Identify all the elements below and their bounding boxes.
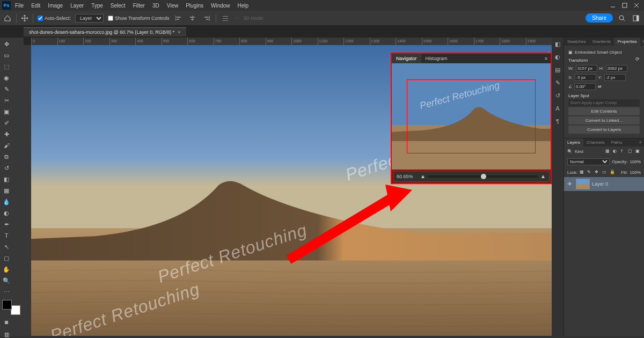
fill-value[interactable]: 100% <box>630 170 641 175</box>
navigator-preview[interactable]: Perfect Retouching <box>392 63 551 170</box>
zoom-tool-icon[interactable]: 🔍 <box>1 275 12 286</box>
quick-select-tool-icon[interactable]: ✎ <box>1 84 12 94</box>
convert-layers-button[interactable]: Convert to Layers <box>568 126 640 134</box>
menu-filter[interactable]: Filter <box>130 2 148 10</box>
angle-input[interactable] <box>574 83 596 90</box>
show-transform-checkbox[interactable]: Show Transform Controls <box>108 16 170 21</box>
eyedropper-tool-icon[interactable]: ✐ <box>1 117 12 128</box>
home-icon[interactable] <box>3 14 12 23</box>
minimize-icon[interactable] <box>610 2 616 9</box>
lock-all-icon[interactable]: 🔒 <box>610 170 615 175</box>
properties-tab[interactable]: Properties <box>614 38 640 46</box>
move-tool-icon[interactable]: ✥ <box>1 39 12 49</box>
auto-select-checkbox[interactable]: Auto-Select: <box>38 16 71 21</box>
height-input[interactable] <box>606 65 627 72</box>
zoom-in-icon[interactable]: ▲ <box>540 173 546 179</box>
lock-transparency-icon[interactable]: ▦ <box>580 170 585 175</box>
character-panel-icon[interactable]: A <box>553 104 562 113</box>
menu-edit[interactable]: Edit <box>28 2 43 10</box>
lasso-tool-icon[interactable]: ◉ <box>1 72 12 83</box>
blend-mode-dropdown[interactable]: Normal <box>567 158 610 165</box>
layer-name[interactable]: Layer 0 <box>592 181 608 187</box>
frame-tool-icon[interactable]: ▣ <box>1 106 12 117</box>
lock-position-icon[interactable]: ✥ <box>595 170 600 175</box>
menu-type[interactable]: Type <box>88 2 106 10</box>
align-left-icon[interactable] <box>175 14 182 22</box>
document-tab[interactable]: shot-dunes-desert-sahara-morocco.jpg @ 6… <box>24 27 186 36</box>
artboard-tool-icon[interactable]: ▭ <box>1 50 12 61</box>
eraser-tool-icon[interactable]: ◧ <box>1 174 12 185</box>
foreground-color-swatch[interactable] <box>2 300 12 310</box>
reset-icon[interactable]: ⟳ <box>635 56 640 62</box>
workspace-icon[interactable] <box>632 14 640 22</box>
filter-shape-icon[interactable]: ▢ <box>628 149 633 154</box>
width-input[interactable] <box>576 65 597 72</box>
auto-select-dropdown[interactable]: Layer <box>75 14 104 23</box>
layers-tab[interactable]: Layers <box>564 138 583 146</box>
close-icon[interactable] <box>633 2 640 9</box>
adjustments-panel-icon[interactable]: ◐ <box>553 53 562 61</box>
menu-layer[interactable]: Layer <box>67 2 87 10</box>
vertical-ruler[interactable] <box>24 45 31 336</box>
path-tool-icon[interactable]: ↖ <box>1 241 12 252</box>
brush-tool-icon[interactable]: 🖌 <box>1 140 12 151</box>
libraries-panel-icon[interactable]: ▤ <box>553 65 562 74</box>
layer-thumbnail[interactable] <box>576 179 590 189</box>
flip-h-icon[interactable]: ⇄ <box>598 84 602 89</box>
edit-toolbar-icon[interactable]: ⋯ <box>1 286 12 297</box>
filter-adjust-icon[interactable]: ◐ <box>613 149 618 154</box>
navigator-tab[interactable]: Navigator <box>392 54 421 63</box>
hand-tool-icon[interactable]: ✋ <box>1 264 12 275</box>
horizontal-ruler[interactable]: 0100200300400500600700800900100011001200… <box>31 38 552 45</box>
blur-tool-icon[interactable]: 💧 <box>1 196 12 207</box>
convert-linked-button[interactable]: Convert to Linked... <box>568 116 640 124</box>
edit-contents-button[interactable]: Edit Contents <box>568 107 640 115</box>
filter-kind-icon[interactable]: 🔍 <box>567 149 573 154</box>
menu-help[interactable]: Help <box>235 2 252 10</box>
panel-menu-icon[interactable]: ≡ <box>541 54 551 63</box>
filter-smart-icon[interactable]: ▣ <box>635 149 641 154</box>
y-input[interactable] <box>604 74 626 81</box>
gradients-tab[interactable]: Gradients <box>589 38 614 46</box>
gradient-tool-icon[interactable]: ▦ <box>1 185 12 196</box>
channels-tab[interactable]: Channels <box>583 138 608 146</box>
swatches-tab[interactable]: Swatches <box>564 38 589 46</box>
lock-artboard-icon[interactable]: ▭ <box>602 170 608 175</box>
crop-tool-icon[interactable]: ✂ <box>1 95 12 106</box>
history-panel-icon[interactable]: ↺ <box>553 91 562 100</box>
history-brush-tool-icon[interactable]: ↺ <box>1 163 12 173</box>
background-color-swatch[interactable] <box>11 305 20 315</box>
marquee-tool-icon[interactable]: ⬚ <box>1 61 12 72</box>
navigator-zoom-slider[interactable] <box>428 175 538 178</box>
filter-type-icon[interactable]: T <box>620 149 626 154</box>
dodge-tool-icon[interactable]: ◐ <box>1 208 12 218</box>
visibility-icon[interactable]: 👁 <box>567 181 574 187</box>
maximize-icon[interactable] <box>621 2 628 9</box>
align-center-h-icon[interactable] <box>189 14 196 22</box>
paths-tab[interactable]: Paths <box>608 138 625 146</box>
filter-pixel-icon[interactable]: ▦ <box>605 149 611 154</box>
photoshop-logo-icon[interactable]: Ps <box>2 1 11 10</box>
shape-tool-icon[interactable]: ▢ <box>1 253 12 263</box>
pen-tool-icon[interactable]: ✒ <box>1 219 12 230</box>
lock-pixels-icon[interactable]: ✎ <box>587 170 592 175</box>
brush-panel-icon[interactable]: ✎ <box>553 78 562 87</box>
x-input[interactable] <box>575 74 596 81</box>
menu-plugins[interactable]: Plugins <box>182 2 207 10</box>
menu-3d[interactable]: 3D <box>149 2 163 10</box>
healing-tool-icon[interactable]: ✚ <box>1 129 12 139</box>
menu-select[interactable]: Select <box>107 2 129 10</box>
panel-menu-icon[interactable]: ≡ <box>640 38 644 46</box>
type-tool-icon[interactable]: T <box>1 230 12 241</box>
search-icon[interactable] <box>618 14 626 22</box>
canvas[interactable]: Perfect Retouching Perfect Retouching Pe… <box>31 45 552 336</box>
histogram-tab[interactable]: Histogram <box>421 54 452 63</box>
color-swatch[interactable] <box>1 300 21 315</box>
close-tab-icon[interactable]: × <box>178 30 180 35</box>
paragraph-panel-icon[interactable]: ¶ <box>553 117 562 126</box>
align-right-icon[interactable] <box>203 14 210 22</box>
color-panel-icon[interactable]: ◧ <box>553 40 562 48</box>
distribute-icon[interactable] <box>222 14 229 22</box>
share-button[interactable]: Share <box>586 13 613 23</box>
clone-tool-icon[interactable]: ⧉ <box>1 151 12 162</box>
